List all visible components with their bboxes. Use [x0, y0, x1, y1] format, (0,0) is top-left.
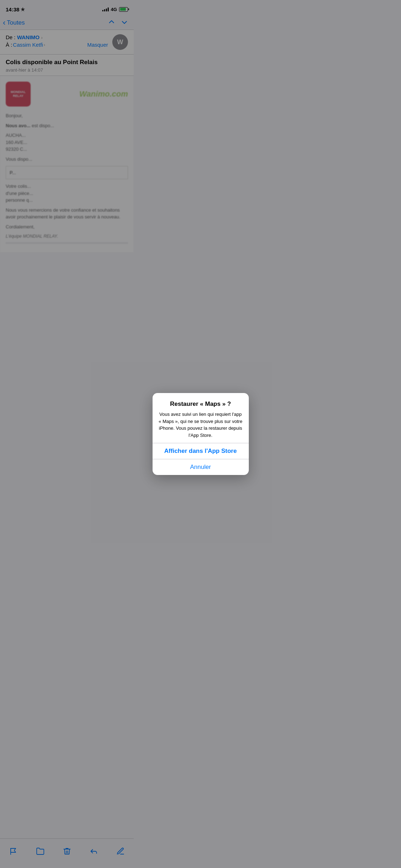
dialog-overlay: Restaurer « Maps » ? Vous avez suivi un …: [0, 0, 134, 289]
